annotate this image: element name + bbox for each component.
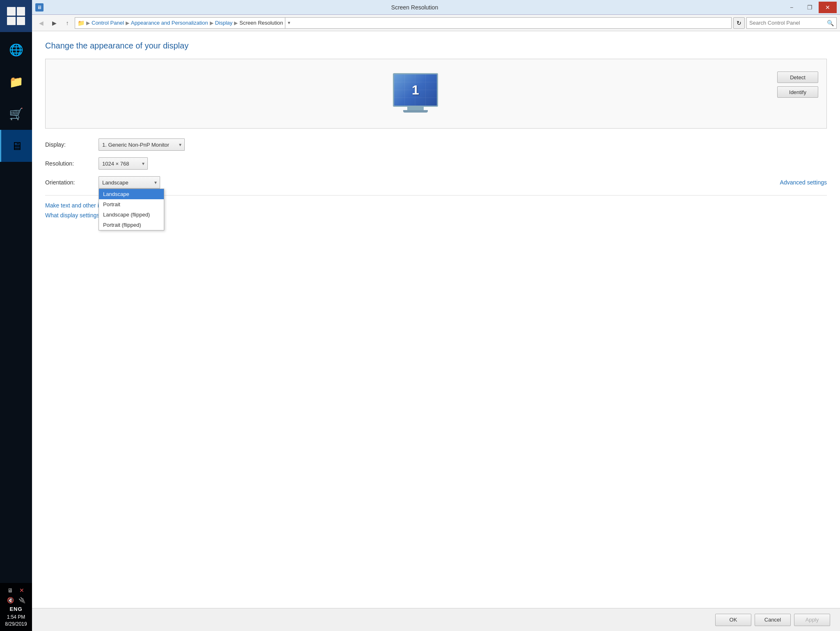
ie-icon: 🌐 xyxy=(8,41,24,58)
monitor-icon: 1 xyxy=(393,73,438,114)
ok-button[interactable]: OK xyxy=(715,614,751,626)
orientation-row: Orientation: Landscape ▼ Landscape Portr… xyxy=(45,176,827,189)
resolution-label: Resolution: xyxy=(45,160,99,167)
screen-resolution-window: 🖥 Screen Resolution − ❐ ✕ ◀ ▶ ↑ 📁 ▶ Cont… xyxy=(32,0,840,631)
page-title: Change the appearance of your display xyxy=(45,41,827,51)
orientation-label: Orientation: xyxy=(45,179,99,186)
detect-buttons: Detect Identify xyxy=(777,67,818,98)
restore-button[interactable]: ❐ xyxy=(801,2,819,13)
identify-button[interactable]: Identify xyxy=(777,86,818,98)
tray-icon-network[interactable]: 🔌 xyxy=(17,596,27,604)
start-icon xyxy=(7,7,25,25)
store-icon: 🛒 xyxy=(8,106,24,122)
orientation-select-wrapper: Landscape ▼ xyxy=(99,176,160,189)
tray-icon-monitor[interactable]: 🖥 xyxy=(5,586,15,594)
resolution-row: Resolution: 800 × 600 1024 × 768 1280 × … xyxy=(45,157,827,170)
taskbar-icon-ie[interactable]: 🌐 xyxy=(0,34,32,66)
breadcrumb-folder-icon: 📁 xyxy=(78,20,85,26)
resolution-select[interactable]: 800 × 600 1024 × 768 1280 × 1024 xyxy=(99,157,148,170)
tray-icon-x[interactable]: ✕ xyxy=(17,586,27,594)
search-icon[interactable]: 🔍 xyxy=(827,20,834,26)
tray-language[interactable]: ENG xyxy=(9,606,22,612)
breadcrumb: 📁 ▶ Control Panel ▶ Appearance and Perso… xyxy=(75,17,732,29)
orientation-option-portrait[interactable]: Portrait xyxy=(99,199,164,210)
orientation-option-landscape-flipped[interactable]: Landscape (flipped) xyxy=(99,210,164,220)
monitor-stand xyxy=(407,107,424,110)
title-bar-icon: 🖥 xyxy=(35,3,44,12)
orientation-dropdown: Landscape Portrait Landscape (flipped) P… xyxy=(99,189,164,230)
resolution-select-wrapper: 800 × 600 1024 × 768 1280 × 1024 ▼ xyxy=(99,157,148,170)
start-button[interactable] xyxy=(0,0,32,32)
taskbar-icon-folder[interactable]: 📁 xyxy=(0,66,32,98)
apply-button[interactable]: Apply xyxy=(794,614,830,626)
display-row: Display: 1. Generic Non-PnP Monitor ▼ xyxy=(45,138,827,151)
orientation-selected-value: Landscape xyxy=(102,180,129,186)
taskbar-icon-store[interactable]: 🛒 xyxy=(0,98,32,130)
display-label: Display: xyxy=(45,141,99,148)
display-preview: 1 Detect Identify xyxy=(45,59,827,129)
advanced-settings-link[interactable]: Advanced settings xyxy=(780,179,827,186)
orientation-select-button[interactable]: Landscape xyxy=(99,176,160,189)
content-area: Change the appearance of your display xyxy=(32,31,840,608)
title-bar: 🖥 Screen Resolution − ❐ ✕ xyxy=(32,0,840,15)
breadcrumb-current: Screen Resolution xyxy=(239,20,283,26)
orientation-option-landscape[interactable]: Landscape xyxy=(99,189,164,199)
forward-button[interactable]: ▶ xyxy=(48,17,60,29)
main-area: 🖥 Screen Resolution − ❐ ✕ ◀ ▶ ↑ 📁 ▶ Cont… xyxy=(32,0,840,631)
dialog-buttons: OK Cancel Apply xyxy=(32,608,840,631)
tray-icon-mute[interactable]: 🔇 xyxy=(5,596,15,604)
window-title: Screen Resolution xyxy=(47,4,783,11)
monitor-screen: 1 xyxy=(393,73,438,107)
monitor-grid-svg xyxy=(394,74,437,106)
taskbar-left: 🌐 📁 🛒 🖥 🖥 ✕ 🔇 🔌 ENG 1:54 PM 8/29/2019 xyxy=(0,0,32,631)
detect-button[interactable]: Detect xyxy=(777,71,818,83)
tray-clock: 1:54 PM 8/29/2019 xyxy=(5,614,27,628)
taskbar-icon-display[interactable]: 🖥 xyxy=(0,130,32,162)
breadcrumb-display[interactable]: Display xyxy=(215,20,233,26)
breadcrumb-control-panel[interactable]: Control Panel xyxy=(92,20,124,26)
display-icon: 🖥 xyxy=(9,138,25,154)
search-box: 🔍 xyxy=(746,17,837,29)
minimize-button[interactable]: − xyxy=(783,2,801,13)
close-button[interactable]: ✕ xyxy=(819,2,837,13)
cancel-button[interactable]: Cancel xyxy=(755,614,791,626)
window-controls: − ❐ ✕ xyxy=(783,2,837,13)
back-button[interactable]: ◀ xyxy=(35,17,47,29)
search-input[interactable] xyxy=(749,20,825,26)
up-button[interactable]: ↑ xyxy=(62,17,73,29)
system-tray: 🖥 ✕ 🔇 🔌 ENG 1:54 PM 8/29/2019 xyxy=(0,583,32,631)
refresh-button[interactable]: ↻ xyxy=(733,17,745,29)
breadcrumb-dropdown[interactable]: ▼ xyxy=(285,17,293,29)
monitor-base xyxy=(403,110,428,113)
display-select[interactable]: 1. Generic Non-PnP Monitor xyxy=(99,138,185,151)
orientation-dropdown-container: Landscape ▼ Landscape Portrait Landscape… xyxy=(99,176,160,189)
breadcrumb-appearance[interactable]: Appearance and Personalization xyxy=(131,20,208,26)
monitor-icon-container: 1 xyxy=(54,73,777,114)
address-bar: ◀ ▶ ↑ 📁 ▶ Control Panel ▶ Appearance and… xyxy=(32,15,840,31)
display-select-wrapper: 1. Generic Non-PnP Monitor ▼ xyxy=(99,138,185,151)
orientation-option-portrait-flipped[interactable]: Portrait (flipped) xyxy=(99,220,164,230)
folder-icon: 📁 xyxy=(8,74,24,90)
